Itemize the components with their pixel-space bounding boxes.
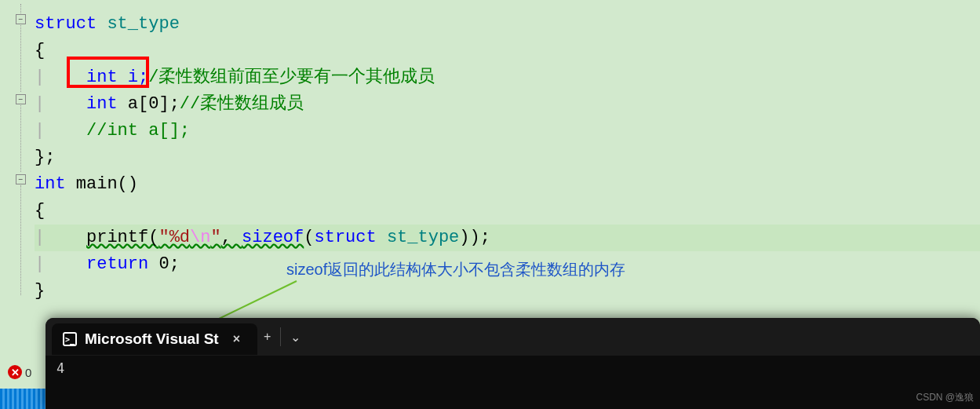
code-line: | //int a[]; bbox=[35, 118, 190, 144]
separator bbox=[280, 327, 281, 346]
keyword-struct: struct bbox=[35, 14, 97, 34]
fold-line bbox=[20, 105, 21, 172]
code-line: | printf("%d\n", sizeof(struct st_type))… bbox=[35, 225, 490, 251]
error-badge[interactable]: ✕ 0 bbox=[8, 365, 31, 379]
keyword-struct: struct bbox=[314, 228, 376, 247]
error-count: 0 bbox=[25, 366, 31, 379]
fold-line bbox=[20, 4, 21, 13]
close-icon[interactable]: × bbox=[227, 329, 246, 349]
highlight-box bbox=[67, 57, 149, 88]
type-name: st_type bbox=[97, 14, 180, 34]
code-line: | return 0; bbox=[35, 251, 180, 278]
return-value: 0; bbox=[148, 254, 180, 274]
code-line: { bbox=[35, 38, 45, 64]
terminal-icon: >_ bbox=[63, 332, 77, 346]
brace-close: }; bbox=[35, 148, 55, 167]
error-icon: ✕ bbox=[8, 365, 22, 379]
comment: //柔性数组成员 bbox=[180, 94, 304, 114]
watermark: CSDN @逸狼 bbox=[916, 391, 974, 404]
terminal-tab-bar: >_ Microsoft Visual St × + ⌄ bbox=[46, 318, 980, 356]
keyword-int: int bbox=[86, 94, 118, 114]
keyword-sizeof: sizeof bbox=[242, 228, 304, 247]
code-area[interactable]: struct st_type { | int i;/柔性数组前面至少要有一个其他… bbox=[35, 0, 980, 347]
comment: //int a[]; bbox=[86, 121, 190, 141]
code-line: } bbox=[35, 278, 45, 305]
brace-open: { bbox=[35, 41, 45, 60]
paren-close: )); bbox=[459, 228, 490, 247]
comment: /柔性数组前面至少要有一个其他成员 bbox=[148, 68, 435, 87]
decl-flex-array: a[0]; bbox=[118, 94, 180, 114]
fold-line bbox=[20, 185, 21, 295]
comma: , bbox=[221, 228, 242, 247]
code-line: { bbox=[35, 198, 45, 225]
keyword-int: int bbox=[35, 174, 66, 194]
new-tab-button[interactable]: + bbox=[257, 327, 277, 347]
main-decl: main() bbox=[66, 174, 138, 194]
paren: ( bbox=[304, 228, 314, 247]
type-name: st_type bbox=[377, 228, 460, 247]
brace-open: { bbox=[35, 201, 45, 221]
terminal-window[interactable]: >_ Microsoft Visual St × + ⌄ 4 bbox=[46, 318, 980, 409]
annotation-text: sizeof返回的此结构体大小不包含柔性数组的内存 bbox=[286, 256, 625, 283]
keyword-return: return bbox=[86, 254, 148, 274]
terminal-output: 4 bbox=[46, 356, 980, 381]
format-string: "%d bbox=[158, 228, 190, 247]
tab-dropdown-button[interactable]: ⌄ bbox=[284, 327, 307, 348]
gutter: − − − bbox=[0, 0, 31, 318]
fold-button[interactable]: − bbox=[16, 94, 26, 104]
code-line: int main() bbox=[35, 171, 138, 198]
brace-close: } bbox=[35, 281, 45, 301]
terminal-tab[interactable]: >_ Microsoft Visual St × bbox=[52, 323, 257, 355]
printf-call: printf( bbox=[86, 228, 158, 247]
terminal-tab-title: Microsoft Visual St bbox=[85, 330, 219, 348]
code-line: | int a[0];//柔性数组成员 bbox=[35, 91, 304, 118]
string-end: " bbox=[210, 228, 220, 247]
output-value: 4 bbox=[56, 360, 64, 376]
fold-button[interactable]: − bbox=[16, 14, 26, 24]
code-editor[interactable]: − − − struct st_type { | int i;/柔性数组前面至少… bbox=[0, 0, 980, 318]
code-line: }; bbox=[35, 144, 55, 171]
fold-button[interactable]: − bbox=[16, 174, 26, 184]
escape-seq: \n bbox=[190, 228, 210, 247]
code-line: struct st_type bbox=[35, 11, 180, 38]
fold-line bbox=[20, 25, 21, 92]
status-bar-strip bbox=[0, 389, 46, 409]
